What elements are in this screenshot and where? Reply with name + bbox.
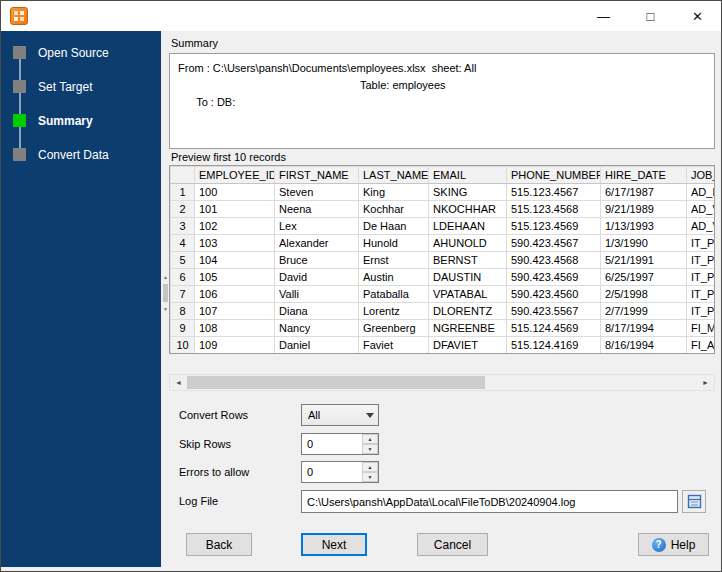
row-number-cell[interactable]: 3 <box>171 218 195 235</box>
table-cell[interactable]: 590.423.5567 <box>507 303 601 320</box>
table-cell[interactable]: Austin <box>359 269 429 286</box>
table-cell[interactable]: FI_ACCOUNT <box>687 337 716 354</box>
cancel-button[interactable]: Cancel <box>417 533 488 556</box>
table-cell[interactable]: DFAVIET <box>429 337 507 354</box>
table-cell[interactable]: 101 <box>195 201 275 218</box>
row-number-cell[interactable]: 6 <box>171 269 195 286</box>
table-cell[interactable]: 1/3/1990 <box>601 235 687 252</box>
table-cell[interactable]: King <box>359 184 429 201</box>
table-cell[interactable]: BERNST <box>429 252 507 269</box>
table-cell[interactable]: 515.124.4169 <box>507 337 601 354</box>
table-cell[interactable]: Steven <box>275 184 359 201</box>
table-cell[interactable]: Diana <box>275 303 359 320</box>
table-cell[interactable]: 1/13/1993 <box>601 218 687 235</box>
table-cell[interactable]: AHUNOLD <box>429 235 507 252</box>
scroll-right-arrow-icon[interactable]: ► <box>697 375 714 390</box>
table-cell[interactable]: 515.123.4567 <box>507 184 601 201</box>
left-mini-scrollbar[interactable]: ▲ ▼ <box>162 273 169 313</box>
table-cell[interactable]: IT_PROG <box>687 286 716 303</box>
close-button[interactable]: ✕ <box>674 1 721 31</box>
table-cell[interactable]: 5/21/1991 <box>601 252 687 269</box>
step-open-source[interactable]: Open Source <box>13 45 109 60</box>
table-cell[interactable]: David <box>275 269 359 286</box>
table-cell[interactable]: DAUSTIN <box>429 269 507 286</box>
column-header-email[interactable]: EMAIL <box>429 167 507 184</box>
spin-up-icon[interactable]: ▲ <box>362 462 378 472</box>
table-cell[interactable]: Daniel <box>275 337 359 354</box>
table-cell[interactable]: 8/16/1994 <box>601 337 687 354</box>
maximize-button[interactable]: □ <box>627 1 674 31</box>
table-cell[interactable]: 6/17/1987 <box>601 184 687 201</box>
table-cell[interactable]: 102 <box>195 218 275 235</box>
row-number-cell[interactable]: 4 <box>171 235 195 252</box>
errors-to-allow-spinner[interactable]: 0 ▲ ▼ <box>301 461 379 483</box>
column-header-job_id[interactable]: JOB_ID <box>687 167 716 184</box>
spin-up-icon[interactable]: ▲ <box>362 434 378 444</box>
table-cell[interactable]: Lorentz <box>359 303 429 320</box>
row-number-cell[interactable]: 7 <box>171 286 195 303</box>
table-cell[interactable]: 590.423.4560 <box>507 286 601 303</box>
table-cell[interactable]: 9/21/1989 <box>601 201 687 218</box>
minimize-button[interactable]: — <box>580 1 627 31</box>
step-set-target[interactable]: Set Target <box>13 79 92 94</box>
horizontal-scrollbar[interactable]: ◄ ► <box>169 374 715 391</box>
table-cell[interactable]: AD_VP <box>687 218 716 235</box>
table-cell[interactable]: 515.123.4569 <box>507 218 601 235</box>
table-cell[interactable]: 107 <box>195 303 275 320</box>
table-cell[interactable]: 104 <box>195 252 275 269</box>
table-cell[interactable]: 106 <box>195 286 275 303</box>
table-cell[interactable]: SKING <box>429 184 507 201</box>
table-cell[interactable]: 590.423.4567 <box>507 235 601 252</box>
table-cell[interactable]: 590.423.4568 <box>507 252 601 269</box>
row-number-cell[interactable]: 9 <box>171 320 195 337</box>
convert-rows-dropdown[interactable]: All <box>301 404 379 426</box>
table-cell[interactable]: Pataballa <box>359 286 429 303</box>
help-button[interactable]: ? Help <box>638 533 709 556</box>
table-cell[interactable]: Nancy <box>275 320 359 337</box>
table-cell[interactable]: De Haan <box>359 218 429 235</box>
table-cell[interactable]: NGREENBE <box>429 320 507 337</box>
step-convert-data[interactable]: Convert Data <box>13 147 109 162</box>
log-file-input[interactable] <box>301 490 678 513</box>
column-header-hire_date[interactable]: HIRE_DATE <box>601 167 687 184</box>
back-button[interactable]: Back <box>186 533 252 556</box>
table-cell[interactable]: Neena <box>275 201 359 218</box>
row-number-cell[interactable]: 2 <box>171 201 195 218</box>
column-header-phone_number[interactable]: PHONE_NUMBER <box>507 167 601 184</box>
scrollbar-thumb[interactable] <box>187 376 485 389</box>
table-cell[interactable]: Bruce <box>275 252 359 269</box>
table-cell[interactable]: 103 <box>195 235 275 252</box>
spin-down-icon[interactable]: ▼ <box>362 472 378 482</box>
table-cell[interactable]: Lex <box>275 218 359 235</box>
table-cell[interactable]: Kochhar <box>359 201 429 218</box>
table-cell[interactable]: Faviet <box>359 337 429 354</box>
table-cell[interactable]: 515.123.4568 <box>507 201 601 218</box>
log-file-browse-button[interactable] <box>682 490 706 513</box>
table-cell[interactable]: IT_PROG <box>687 252 716 269</box>
table-cell[interactable]: Hunold <box>359 235 429 252</box>
table-cell[interactable]: 109 <box>195 337 275 354</box>
scroll-left-arrow-icon[interactable]: ◄ <box>170 375 187 390</box>
row-number-cell[interactable]: 10 <box>171 337 195 354</box>
table-cell[interactable]: 105 <box>195 269 275 286</box>
table-cell[interactable]: 100 <box>195 184 275 201</box>
table-cell[interactable]: Greenberg <box>359 320 429 337</box>
table-cell[interactable]: 6/25/1997 <box>601 269 687 286</box>
row-number-cell[interactable]: 8 <box>171 303 195 320</box>
table-cell[interactable]: IT_PROG <box>687 235 716 252</box>
table-cell[interactable]: 108 <box>195 320 275 337</box>
table-cell[interactable]: 590.423.4569 <box>507 269 601 286</box>
table-cell[interactable]: LDEHAAN <box>429 218 507 235</box>
step-summary[interactable]: Summary <box>13 113 93 128</box>
table-cell[interactable]: AD_VP <box>687 201 716 218</box>
row-number-cell[interactable]: 5 <box>171 252 195 269</box>
table-cell[interactable]: 515.124.4569 <box>507 320 601 337</box>
table-cell[interactable]: IT_PROG <box>687 269 716 286</box>
skip-rows-spinner[interactable]: 0 ▲ ▼ <box>301 433 379 455</box>
spin-down-icon[interactable]: ▼ <box>362 444 378 454</box>
row-number-cell[interactable]: 1 <box>171 184 195 201</box>
table-cell[interactable]: DLORENTZ <box>429 303 507 320</box>
table-cell[interactable]: FI_MGR <box>687 320 716 337</box>
table-cell[interactable]: Ernst <box>359 252 429 269</box>
table-cell[interactable]: IT_PROG <box>687 303 716 320</box>
